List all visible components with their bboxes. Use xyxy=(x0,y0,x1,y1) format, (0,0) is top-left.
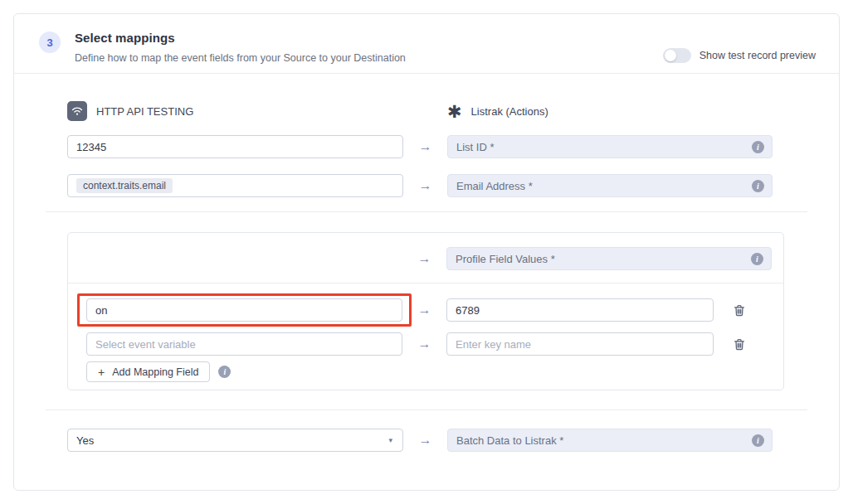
batch-destination-field: Batch Data to Listrak * i xyxy=(447,429,773,452)
toggle-knob xyxy=(665,50,676,61)
arrow-icon: → xyxy=(403,178,447,193)
add-mapping-field-label: Add Mapping Field xyxy=(112,366,198,378)
header-titles: Select mappings Define how to map the ev… xyxy=(75,31,406,73)
destination-field-label: Email Address * xyxy=(456,180,533,192)
destination-column-header: ✱ Listrak (Actions) xyxy=(447,103,773,120)
source-column-header: HTTP API TESTING xyxy=(67,101,403,121)
info-icon[interactable]: i xyxy=(752,434,764,447)
list-id-source-input[interactable] xyxy=(67,135,403,158)
arrow-icon: → xyxy=(402,337,446,351)
destination-field-label: Profile Field Values * xyxy=(456,253,555,265)
page-subtitle: Define how to map the event fields from … xyxy=(75,52,406,64)
mapping-key-source-input[interactable] xyxy=(86,332,402,356)
page-title: Select mappings xyxy=(75,31,406,45)
arrow-icon: → xyxy=(402,251,446,266)
section-divider xyxy=(46,211,807,212)
mapping-field-row-1: → xyxy=(86,293,783,327)
mapping-key-destination-input[interactable] xyxy=(446,298,714,322)
add-mapping-field-button[interactable]: + Add Mapping Field xyxy=(86,361,210,382)
mappings-content: HTTP API TESTING ✱ Listrak (Actions) → L… xyxy=(14,101,839,452)
column-headers: HTTP API TESTING ✱ Listrak (Actions) xyxy=(67,101,807,121)
destination-field-label: Batch Data to Listrak * xyxy=(456,434,563,447)
card-header: 3 Select mappings Define how to map the … xyxy=(14,14,839,74)
mapping-row-batch: Yes ▾ → Batch Data to Listrak * i xyxy=(67,429,807,452)
step-number-badge: 3 xyxy=(39,32,61,53)
trash-icon xyxy=(734,338,745,351)
profile-field-values-destination-field: Profile Field Values * i xyxy=(446,247,772,270)
group-body: → xyxy=(68,284,783,390)
select-value: Yes xyxy=(76,434,94,447)
mapping-row-list-id: → List ID * i xyxy=(67,135,807,158)
delete-mapping-button[interactable] xyxy=(732,337,747,352)
arrow-icon: → xyxy=(402,303,446,317)
chevron-down-icon: ▾ xyxy=(388,436,392,444)
mapping-key-destination-input[interactable] xyxy=(446,332,714,356)
listrak-logo-icon: ✱ xyxy=(447,103,462,120)
event-variable-token[interactable]: context.traits.email xyxy=(76,178,173,193)
add-mapping-row: + Add Mapping Field i xyxy=(86,361,783,382)
toggle-label: Show test record preview xyxy=(699,50,816,61)
info-icon[interactable]: i xyxy=(752,180,764,192)
destination-column-title: Listrak (Actions) xyxy=(471,105,548,118)
select-mappings-card: 3 Select mappings Define how to map the … xyxy=(13,13,840,491)
preview-toggle-group: Show test record preview xyxy=(663,48,816,63)
section-divider xyxy=(46,410,807,410)
delete-mapping-button[interactable] xyxy=(732,303,747,318)
info-icon[interactable]: i xyxy=(751,253,763,265)
info-icon[interactable]: i xyxy=(752,141,764,153)
profile-field-values-group: → Profile Field Values * i → xyxy=(67,232,784,390)
arrow-icon: → xyxy=(403,433,447,448)
email-destination-field: Email Address * i xyxy=(447,174,773,197)
trash-icon xyxy=(734,304,745,317)
email-source-input[interactable]: context.traits.email xyxy=(67,174,403,197)
group-header: → Profile Field Values * i xyxy=(68,233,783,283)
plus-icon: + xyxy=(98,366,105,379)
batch-source-select[interactable]: Yes ▾ xyxy=(67,429,403,452)
destination-field-label: List ID * xyxy=(456,141,495,153)
highlighted-region xyxy=(77,293,412,327)
list-id-destination-field: List ID * i xyxy=(447,135,773,158)
mapping-field-row-2: → xyxy=(86,332,783,356)
show-test-record-toggle[interactable] xyxy=(663,48,691,63)
mapping-key-source-input[interactable] xyxy=(86,298,402,322)
source-column-title: HTTP API TESTING xyxy=(96,105,193,118)
source-wifi-icon xyxy=(67,101,87,121)
mapping-row-email: context.traits.email → Email Address * i xyxy=(67,174,807,197)
header-left: 3 Select mappings Define how to map the … xyxy=(39,31,406,73)
info-icon[interactable]: i xyxy=(218,366,231,378)
arrow-icon: → xyxy=(403,139,447,154)
